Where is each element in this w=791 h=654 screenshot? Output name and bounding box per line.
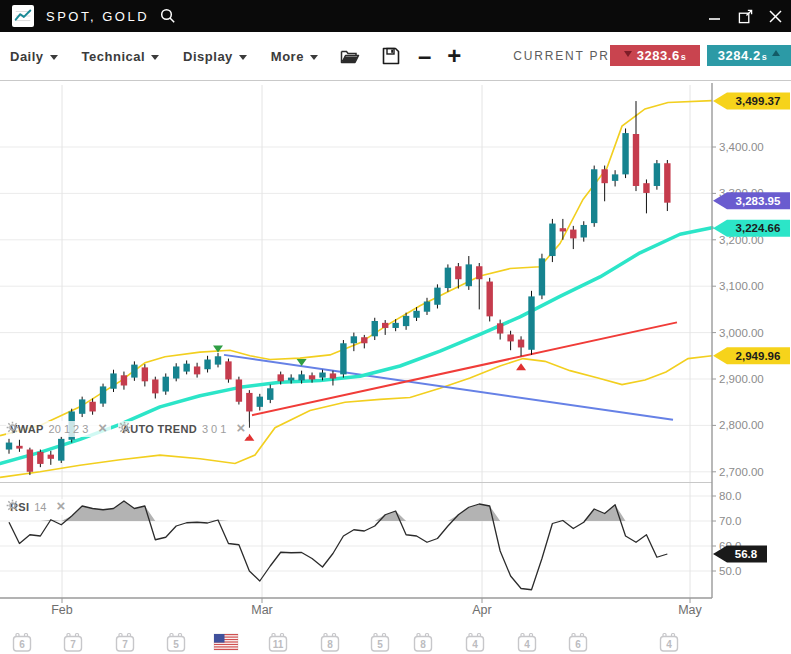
arrow-up-icon bbox=[772, 50, 780, 56]
price-tag: 3,224.66 bbox=[713, 220, 790, 237]
price-tag: 3,499.37 bbox=[713, 92, 790, 109]
auto-trend-indicator-label: AUTO TREND 3 0 1 × bbox=[118, 421, 249, 437]
svg-text:2,900.00: 2,900.00 bbox=[719, 373, 764, 385]
title-bar: SPOT, GOLD bbox=[0, 0, 791, 32]
svg-text:4: 4 bbox=[472, 639, 478, 650]
calendar-event-icon[interactable]: 8 bbox=[322, 634, 339, 652]
technical-menu-label: Technical bbox=[82, 49, 146, 64]
calendar-event-icon[interactable]: 4 bbox=[519, 634, 536, 652]
svg-text:Apr: Apr bbox=[472, 603, 491, 617]
svg-text:4: 4 bbox=[524, 639, 530, 650]
bid-suffix: s bbox=[681, 52, 687, 62]
svg-text:56.8: 56.8 bbox=[735, 548, 758, 560]
calendar-event-icon[interactable]: 5 bbox=[168, 634, 185, 652]
svg-text:May: May bbox=[678, 603, 702, 617]
calendar-event-icon[interactable]: 7 bbox=[65, 634, 82, 652]
ask-price-value: 3284.2 bbox=[718, 48, 761, 63]
rsi-overbought-fill bbox=[9, 501, 667, 521]
svg-text:2,949.96: 2,949.96 bbox=[736, 350, 781, 362]
rsi-pane bbox=[9, 501, 667, 590]
zoom-in-button[interactable]: + bbox=[447, 46, 461, 66]
close-icon[interactable] bbox=[767, 8, 783, 24]
svg-text:3,224.66: 3,224.66 bbox=[736, 222, 781, 234]
close-icon[interactable]: × bbox=[98, 423, 107, 433]
chevron-down-icon bbox=[310, 55, 318, 60]
svg-text:2,700.00: 2,700.00 bbox=[719, 466, 764, 478]
popout-icon[interactable] bbox=[737, 8, 753, 24]
svg-text:8: 8 bbox=[327, 639, 333, 650]
arrow-down-icon bbox=[624, 51, 632, 57]
svg-text:80.0: 80.0 bbox=[719, 490, 741, 502]
chevron-down-icon bbox=[151, 55, 159, 60]
price-tag: 2,949.96 bbox=[713, 347, 790, 364]
auto-trend-params: 3 0 1 bbox=[202, 423, 226, 435]
svg-text:3,400.00: 3,400.00 bbox=[719, 141, 764, 153]
open-folder-icon[interactable] bbox=[340, 48, 360, 65]
minimize-icon[interactable] bbox=[707, 8, 723, 24]
rsi-indicator-label: RSI 14 × bbox=[6, 499, 69, 515]
month-labels: FebMarAprMay bbox=[51, 598, 702, 617]
vwap-indicator-label: VWAP 20 1 2 3 × bbox=[6, 421, 111, 437]
svg-text:5: 5 bbox=[173, 639, 179, 650]
technical-menu[interactable]: Technical bbox=[82, 49, 160, 64]
search-icon[interactable] bbox=[159, 7, 177, 25]
chart-toolbar: Daily Technical Display More – + CURRENT… bbox=[0, 32, 791, 81]
svg-text:3,100.00: 3,100.00 bbox=[719, 280, 764, 292]
calendar-event-icon[interactable]: 7 bbox=[117, 634, 134, 652]
event-calendar-row: 6775118584464 bbox=[14, 634, 678, 652]
svg-text:7: 7 bbox=[70, 639, 76, 650]
display-menu[interactable]: Display bbox=[183, 49, 247, 64]
close-icon[interactable]: × bbox=[57, 501, 66, 511]
svg-text:3,000.00: 3,000.00 bbox=[719, 327, 764, 339]
svg-text:7: 7 bbox=[122, 639, 128, 650]
symbol-title: SPOT, GOLD bbox=[46, 9, 149, 24]
svg-text:6: 6 bbox=[575, 639, 581, 650]
zoom-out-button[interactable]: – bbox=[418, 46, 431, 66]
svg-text:5: 5 bbox=[377, 639, 383, 650]
svg-text:11: 11 bbox=[273, 639, 284, 650]
close-icon[interactable]: × bbox=[236, 423, 245, 433]
more-menu-label: More bbox=[271, 49, 304, 64]
svg-text:50.0: 50.0 bbox=[719, 565, 741, 577]
vwap-upper-band bbox=[0, 101, 712, 436]
svg-text:Mar: Mar bbox=[251, 603, 273, 617]
svg-text:8: 8 bbox=[420, 639, 426, 650]
calendar-event-icon[interactable]: 8 bbox=[415, 634, 432, 652]
calendar-event-icon[interactable]: 4 bbox=[467, 634, 484, 652]
ask-price-badge[interactable]: 3284.2s bbox=[707, 45, 791, 66]
chart-area: 3,400.003,300.003,200.003,100.003,000.00… bbox=[0, 81, 791, 654]
display-menu-label: Display bbox=[183, 49, 233, 64]
ask-suffix: s bbox=[762, 52, 768, 62]
svg-text:70.0: 70.0 bbox=[719, 515, 741, 527]
chevron-down-icon bbox=[50, 55, 58, 60]
calendar-event-icon[interactable]: 6 bbox=[570, 634, 587, 652]
svg-text:6: 6 bbox=[19, 639, 25, 650]
chevron-down-icon bbox=[239, 55, 247, 60]
calendar-event-icon[interactable]: 11 bbox=[270, 634, 287, 652]
vwap-params: 20 1 2 3 bbox=[49, 423, 89, 435]
calendar-event-icon[interactable]: 4 bbox=[661, 634, 678, 652]
calendar-event-icon[interactable]: 5 bbox=[372, 634, 389, 652]
bid-price-value: 3283.6 bbox=[637, 48, 680, 63]
price-tag: 3,283.95 bbox=[713, 192, 790, 209]
svg-text:2,800.00: 2,800.00 bbox=[719, 419, 764, 431]
svg-text:3,283.95: 3,283.95 bbox=[736, 195, 781, 207]
rsi-params: 14 bbox=[34, 501, 46, 513]
bid-price-badge[interactable]: 3283.6s bbox=[610, 45, 700, 66]
timeframe-menu[interactable]: Daily bbox=[10, 49, 58, 64]
buy-signal-icon bbox=[516, 363, 526, 370]
downtrend-line bbox=[224, 355, 673, 420]
us-flag-icon[interactable] bbox=[214, 634, 238, 650]
svg-text:Feb: Feb bbox=[51, 603, 73, 617]
app-logo-icon bbox=[12, 5, 34, 27]
more-menu[interactable]: More bbox=[271, 49, 318, 64]
save-icon[interactable] bbox=[382, 47, 400, 65]
svg-text:4: 4 bbox=[666, 639, 672, 650]
auto-trend-name: AUTO TREND bbox=[122, 423, 197, 435]
calendar-event-icon[interactable]: 6 bbox=[14, 634, 31, 652]
timeframe-menu-label: Daily bbox=[10, 49, 44, 64]
svg-text:3,499.37: 3,499.37 bbox=[736, 95, 781, 107]
price-chart-canvas[interactable]: 3,400.003,300.003,200.003,100.003,000.00… bbox=[0, 81, 791, 654]
